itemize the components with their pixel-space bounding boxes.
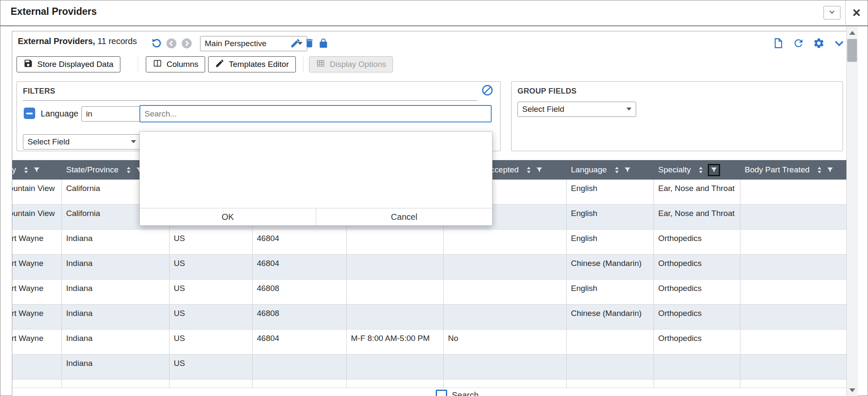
table-cell: Chinese (Mandarin) <box>567 255 654 279</box>
table-cell <box>62 379 170 388</box>
column-header-label: State/Province <box>66 165 119 174</box>
columns-label: Columns <box>167 60 198 69</box>
table-cell: 46808 <box>253 305 347 329</box>
filter-icon[interactable] <box>536 166 543 174</box>
scrollbar-thumb[interactable] <box>847 39 857 62</box>
table-cell <box>253 354 347 379</box>
table-row[interactable]: Fort WayneIndianaUS46804EnglishOrthopedi… <box>12 230 847 255</box>
table-cell <box>740 354 847 379</box>
table-cell <box>444 305 567 329</box>
toolbar-divider <box>138 56 138 72</box>
scroll-up-button[interactable] <box>847 27 858 38</box>
table-cell: US <box>170 280 253 304</box>
sort-icon[interactable] <box>22 166 30 174</box>
table-row[interactable] <box>12 379 847 388</box>
column-header-city[interactable]: City <box>12 160 62 180</box>
gear-icon[interactable] <box>813 37 825 49</box>
filter-row-checkbox-icon[interactable] <box>24 108 35 119</box>
refresh-icon[interactable] <box>793 37 804 49</box>
table-cell: Indiana <box>62 280 170 304</box>
table-cell: Ear, Nose and Throat <box>654 205 740 229</box>
table-cell <box>567 379 654 388</box>
table-cell: English <box>567 180 654 204</box>
table-cell <box>444 354 567 379</box>
sort-icon[interactable] <box>697 166 705 174</box>
table-cell: US <box>170 255 253 279</box>
search-box-icon <box>436 390 447 396</box>
templates-editor-button[interactable]: Templates Editor <box>208 56 296 72</box>
filters-divider <box>23 100 477 101</box>
sort-icon[interactable] <box>613 166 621 174</box>
chevron-down-icon[interactable] <box>833 37 845 49</box>
vertical-scrollbar[interactable] <box>846 26 858 396</box>
table-cell: Mountain View <box>12 180 62 204</box>
column-header-body-part-treated[interactable]: Body Part Treated <box>740 160 847 180</box>
filter-icon-focus-ring[interactable] <box>708 164 720 176</box>
table-cell <box>567 330 654 354</box>
ok-button[interactable]: OK <box>140 208 316 225</box>
close-button[interactable]: × <box>845 0 868 25</box>
table-cell: Fort Wayne <box>12 255 62 279</box>
filter-popup-buttons: OK Cancel <box>140 208 492 225</box>
column-header-icons <box>525 166 543 174</box>
new-document-icon[interactable] <box>772 37 784 49</box>
table-cell <box>567 354 654 379</box>
edit-pencil-icon[interactable] <box>290 38 301 49</box>
table-cell: English <box>567 230 654 254</box>
table-cell <box>740 205 847 229</box>
table-cell: US <box>170 230 253 254</box>
table-cell: 46804 <box>253 255 347 279</box>
nav-forward-icon[interactable] <box>181 38 192 49</box>
cancel-button[interactable]: Cancel <box>316 208 492 225</box>
footer-search-label: Search <box>452 390 479 396</box>
filter-icon[interactable] <box>624 166 631 174</box>
column-header-specialty[interactable]: Specialty <box>654 160 740 180</box>
sort-icon[interactable] <box>525 166 533 174</box>
undo-icon[interactable] <box>150 37 162 49</box>
titlebar-dropdown-button[interactable] <box>823 6 840 19</box>
lock-icon[interactable] <box>318 38 329 49</box>
filter-search-input[interactable] <box>139 105 492 122</box>
sort-icon[interactable] <box>125 166 133 174</box>
store-displayed-data-button[interactable]: Store Displayed Data <box>17 56 120 72</box>
filter-icon[interactable] <box>826 166 834 174</box>
table-cell: Indiana <box>62 354 170 379</box>
filter-add-field-select[interactable]: Select Field <box>23 134 141 150</box>
footer-search[interactable]: Search <box>436 390 479 396</box>
table-cell: Fort Wayne <box>12 280 62 304</box>
table-cell: Fort Wayne <box>12 330 62 354</box>
columns-button[interactable]: Columns <box>146 56 205 72</box>
filter-icon[interactable] <box>33 166 40 174</box>
chevron-down-icon <box>828 8 836 18</box>
table-cell: US <box>170 354 253 379</box>
filter-icon[interactable] <box>710 166 718 174</box>
dialog-title: External Providers <box>11 6 97 17</box>
column-header-icons <box>697 164 720 176</box>
table-cell: M-F 8:00 AM-5:00 PM <box>347 330 444 354</box>
sort-icon[interactable] <box>815 166 823 174</box>
filter-add-field-value: Select Field <box>28 137 70 147</box>
table-row[interactable]: Fort WayneIndianaUS46804M-F 8:00 AM-5:00… <box>12 330 847 354</box>
delete-trash-icon[interactable] <box>304 38 315 49</box>
table-row[interactable]: IndianaUS <box>12 354 847 379</box>
table-cell <box>347 230 444 254</box>
table-row[interactable]: Fort WayneIndianaUS46804Chinese (Mandari… <box>12 255 847 280</box>
group-field-select[interactable]: Select Field <box>517 102 636 117</box>
table-cell <box>740 280 847 304</box>
table-cell: Indiana <box>62 305 170 329</box>
columns-icon <box>153 58 162 70</box>
table-cell: US <box>170 305 253 329</box>
column-header-label: Specialty <box>658 165 691 174</box>
table-cell: Orthopedics <box>654 330 740 354</box>
nav-back-icon[interactable] <box>166 38 177 49</box>
clear-filters-icon[interactable] <box>481 84 493 96</box>
table-cell: Orthopedics <box>654 255 740 279</box>
table-row[interactable]: Fort WayneIndianaUS46808EnglishOrthopedi… <box>12 280 847 305</box>
column-header-language[interactable]: Language <box>567 160 654 180</box>
table-cell: Orthopedics <box>654 305 740 329</box>
table-cell <box>740 305 847 329</box>
table-row[interactable]: Fort WayneIndianaUS46808Chinese (Mandari… <box>12 305 847 330</box>
table-cell <box>170 379 253 388</box>
filter-field-label: Language <box>41 109 78 119</box>
scroll-down-button[interactable] <box>847 385 858 396</box>
